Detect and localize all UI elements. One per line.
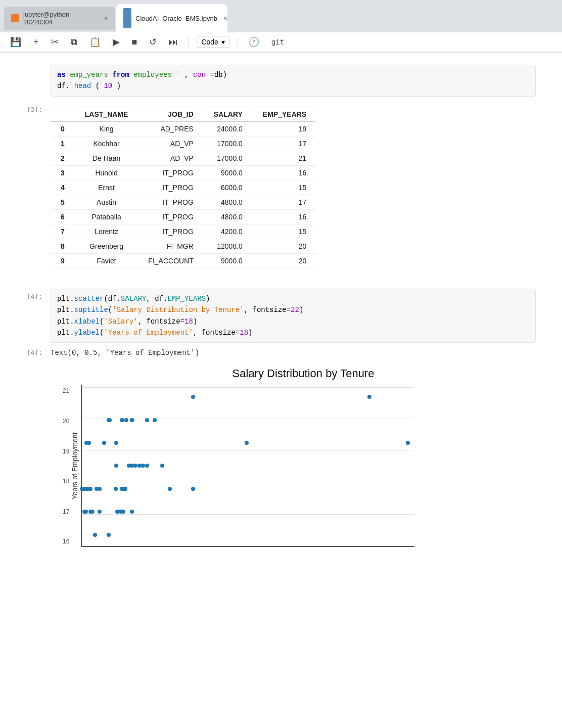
col-header-jobid: JOB_ID [138, 107, 203, 121]
copy-button[interactable]: ⧉ [69, 36, 79, 49]
tab-notebook-label: CloudAI_Oracle_BMS.ipynb [135, 15, 217, 22]
code-paren-close: ) [117, 82, 121, 90]
cell-6-0: 6 [51, 209, 75, 224]
grid-17 [82, 514, 414, 515]
ylabel-str: 'Years of Employment' [104, 329, 193, 337]
cut-button[interactable]: ✂ [49, 35, 61, 49]
suptitle-fn: suptitle [74, 306, 108, 314]
cell-9-1: Faviet [75, 253, 138, 268]
scatter-dot [124, 418, 128, 422]
code-head-fn: head [74, 82, 91, 90]
scatter-dot [95, 487, 99, 491]
cell-4-3: 6000.0 [204, 180, 253, 195]
grid-21 [82, 387, 414, 388]
cell-3-code: as emp_years from employees ' , con =db)… [0, 63, 562, 99]
cell-3-code-content: as emp_years from employees ' , con =db)… [51, 65, 536, 97]
ytick-16: 16 [63, 538, 69, 545]
git-button[interactable]: git [269, 37, 286, 47]
code-paren-open: ( [96, 82, 100, 90]
scatter-dot [160, 464, 164, 468]
tab-jupyter-close[interactable]: × [104, 14, 108, 22]
scatter-dot [115, 510, 119, 514]
notebook: as emp_years from employees ' , con =db)… [0, 53, 562, 559]
xlabel-fn: xlabel [74, 317, 100, 326]
cell-4-0: 4 [51, 180, 75, 195]
cell-3-code-block[interactable]: as emp_years from employees ' , con =db)… [51, 65, 536, 97]
cell-1-2: AD_VP [138, 136, 203, 151]
table-row: 5AustinIT_PROG4800.017 [51, 195, 316, 209]
col-header-lastname: LAST_NAME [75, 107, 138, 121]
cell-4-4: 15 [253, 180, 316, 195]
col-header-salary: SALARY [204, 107, 253, 121]
dataframe-table: LAST_NAME JOB_ID SALARY EMP_YEARS 0KingA… [51, 107, 316, 268]
run-button[interactable]: ▶ [111, 35, 122, 49]
save-button[interactable]: 💾 [8, 35, 23, 49]
fast-forward-button[interactable]: ⏭ [167, 36, 180, 49]
scatter-fn: scatter [74, 295, 104, 303]
cell-6-2: IT_PROG [138, 209, 203, 224]
kw-employees: employees [133, 71, 172, 79]
code-line-1: as emp_years from employees ' , con =db) [57, 69, 529, 80]
cell-1-4: 17 [253, 136, 316, 151]
cell-4-2: IT_PROG [138, 180, 203, 195]
fontsize-22: 22 [291, 306, 299, 314]
col-header-empyears: EMP_YEARS [253, 107, 316, 121]
cell-4-text-output: [4]: Text(0, 0.5, 'Years of Employment') [0, 345, 562, 361]
tab-jupyter[interactable]: jupyter@python-20220304 × [4, 7, 115, 30]
cell-2-2: AD_VP [138, 151, 203, 165]
code-con-text: , [184, 71, 193, 79]
paste-button[interactable]: 📋 [87, 35, 103, 49]
add-cell-button[interactable]: + [31, 36, 41, 49]
col-header-index [51, 107, 75, 121]
chart-title: Salary Distribution by Tenure [71, 367, 536, 380]
cell-0-0: 0 [51, 121, 75, 136]
str-quote: ' [176, 71, 180, 79]
clock-button[interactable]: 🕐 [246, 35, 261, 49]
plt-4: plt. [57, 329, 74, 337]
scatter-dot [90, 510, 95, 514]
chart-wrap: Years of Employment 16 17 18 19 20 21 [71, 385, 536, 547]
cell-3-3: 9000.0 [204, 165, 253, 180]
tab-bar: jupyter@python-20220304 × CloudAI_Oracle… [0, 0, 562, 32]
cell-3-0: 3 [51, 165, 75, 180]
ytick-19: 19 [63, 448, 69, 455]
tab-notebook[interactable]: CloudAI_Oracle_BMS.ipynb × [116, 4, 227, 32]
cell-6-3: 4800.0 [204, 209, 253, 224]
cell-7-2: IT_PROG [138, 224, 203, 239]
scatter-dot [145, 418, 149, 422]
p9: ) [193, 317, 197, 326]
restart-button[interactable]: ↺ [147, 35, 159, 49]
ytick-18: 18 [63, 478, 69, 485]
cell-4-output-number: [4]: [0, 347, 51, 356]
cell-9-4: 20 [253, 253, 316, 268]
scatter-dot [145, 464, 149, 468]
cell-5-0: 5 [51, 195, 75, 209]
cell-2-3: 17000.0 [204, 151, 253, 165]
scatter-dot [88, 487, 92, 491]
cell-0-2: AD_PRES [138, 121, 203, 136]
table-row: 3HunoldIT_PROG9000.016 [51, 165, 316, 180]
ytick-20: 20 [63, 418, 69, 425]
jupyter-icon [11, 14, 19, 22]
table-row: 1KochharAD_VP17000.017 [51, 136, 316, 151]
cell-4-code-block[interactable]: plt.scatter(df.SALARY, df.EMP_YEARS) plt… [51, 289, 536, 343]
cell-4-1: Ernst [75, 180, 138, 195]
cell-0-1: King [75, 121, 138, 136]
cell-5-3: 4800.0 [204, 195, 253, 209]
ylabel-fn: ylabel [74, 329, 100, 337]
code-con-kw: con [193, 71, 206, 79]
cell-8-3: 12008.0 [204, 239, 253, 253]
cell-3-2: IT_PROG [138, 165, 203, 180]
suptitle-str: 'Salary Distribution by Tenure' [112, 306, 244, 314]
cell-type-select[interactable]: Code ▾ [197, 36, 229, 48]
table-row: 6PataballaIT_PROG4800.016 [51, 209, 316, 224]
empyears-attr: EMP_YEARS [167, 295, 206, 303]
code-df: df. [57, 82, 70, 90]
code4-line-2: plt.suptitle('Salary Distribution by Ten… [57, 304, 529, 315]
scatter-dot [87, 441, 91, 445]
plt-2: plt. [57, 306, 74, 314]
stop-button[interactable]: ■ [130, 36, 139, 49]
scatter-dot [191, 487, 195, 491]
tab-notebook-close[interactable]: × [223, 14, 227, 22]
toolbar: 💾 + ✂ ⧉ 📋 ▶ ■ ↺ ⏭ Code ▾ 🕐 git [0, 32, 562, 52]
